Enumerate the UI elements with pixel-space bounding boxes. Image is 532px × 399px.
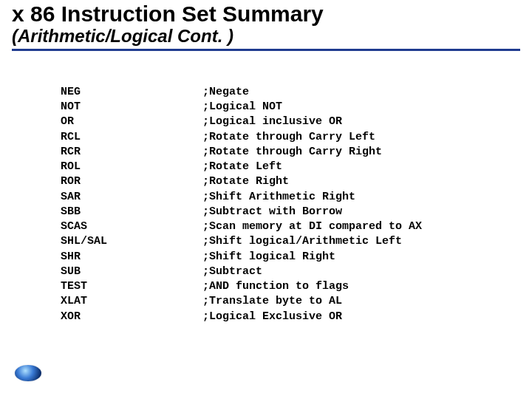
title-rule	[12, 49, 520, 51]
instruction-table: NEG;NegateNOT;Logical NOTOR;Logical incl…	[61, 85, 532, 324]
table-row: XLAT;Translate byte to AL	[61, 294, 532, 309]
table-row: TEST;AND function to flags	[61, 279, 532, 294]
title-block: x 86 Instruction Set Summary (Arithmetic…	[0, 0, 532, 47]
instruction-description: ;Shift Arithmetic Right	[202, 190, 355, 205]
instruction-description: ;Translate byte to AL	[202, 294, 342, 309]
table-row: SCAS;Scan memory at DI compared to AX	[61, 219, 532, 234]
instruction-description: ;Logical inclusive OR	[202, 115, 342, 129]
instruction-description: ;Rotate through Carry Left	[202, 130, 375, 145]
table-row: SAR;Shift Arithmetic Right	[61, 190, 532, 205]
table-row: RCR;Rotate through Carry Right	[61, 145, 532, 160]
instruction-mnemonic: SBB	[61, 205, 202, 219]
instruction-description: ;AND function to flags	[202, 279, 349, 294]
table-row: SUB;Subtract	[61, 265, 532, 279]
footer-logo	[12, 362, 71, 389]
instruction-mnemonic: SCAS	[61, 219, 202, 234]
instruction-description: ;Subtract with Borrow	[202, 205, 342, 219]
table-row: SHL/SAL;Shift logical/Arithmetic Left	[61, 234, 532, 249]
slide: x 86 Instruction Set Summary (Arithmetic…	[0, 0, 532, 399]
table-row: RCL;Rotate through Carry Left	[61, 130, 532, 145]
instruction-mnemonic: SAR	[61, 190, 202, 205]
instruction-mnemonic: TEST	[61, 279, 202, 294]
table-row: NOT;Logical NOT	[61, 100, 532, 115]
instruction-mnemonic: SUB	[61, 265, 202, 279]
instruction-description: ;Rotate Right	[202, 174, 289, 189]
instruction-description: ;Scan memory at DI compared to AX	[202, 219, 422, 234]
table-row: SBB;Subtract with Borrow	[61, 205, 532, 219]
instruction-mnemonic: OR	[61, 115, 202, 129]
table-row: NEG;Negate	[61, 85, 532, 100]
table-row: ROL;Rotate Left	[61, 160, 532, 174]
title-rule-wrap	[0, 49, 532, 51]
instruction-mnemonic: XOR	[61, 310, 202, 324]
instruction-mnemonic: ROR	[61, 174, 202, 189]
instruction-mnemonic: RCR	[61, 145, 202, 160]
instruction-description: ;Rotate Left	[202, 160, 282, 174]
page-title: x 86 Instruction Set Summary	[12, 1, 532, 26]
table-row: XOR;Logical Exclusive OR	[61, 310, 532, 324]
instruction-description: ;Negate	[202, 85, 249, 100]
instruction-mnemonic: SHL/SAL	[61, 234, 202, 249]
instruction-mnemonic: XLAT	[61, 294, 202, 309]
instruction-description: ;Shift logical Right	[202, 250, 335, 265]
instruction-description: ;Logical Exclusive OR	[202, 310, 342, 324]
instruction-description: ;Subtract	[202, 265, 262, 279]
page-subtitle: (Arithmetic/Logical Cont. )	[12, 26, 532, 47]
instruction-description: ;Rotate through Carry Right	[202, 145, 382, 160]
globe-icon	[15, 365, 41, 381]
instruction-mnemonic: NEG	[61, 85, 202, 100]
table-row: OR;Logical inclusive OR	[61, 115, 532, 129]
instruction-mnemonic: NOT	[61, 100, 202, 115]
instruction-description: ;Logical NOT	[202, 100, 282, 115]
instruction-mnemonic: RCL	[61, 130, 202, 145]
instruction-mnemonic: ROL	[61, 160, 202, 174]
table-row: SHR;Shift logical Right	[61, 250, 532, 265]
instruction-mnemonic: SHR	[61, 250, 202, 265]
table-row: ROR;Rotate Right	[61, 174, 532, 189]
instruction-description: ;Shift logical/Arithmetic Left	[202, 234, 402, 249]
